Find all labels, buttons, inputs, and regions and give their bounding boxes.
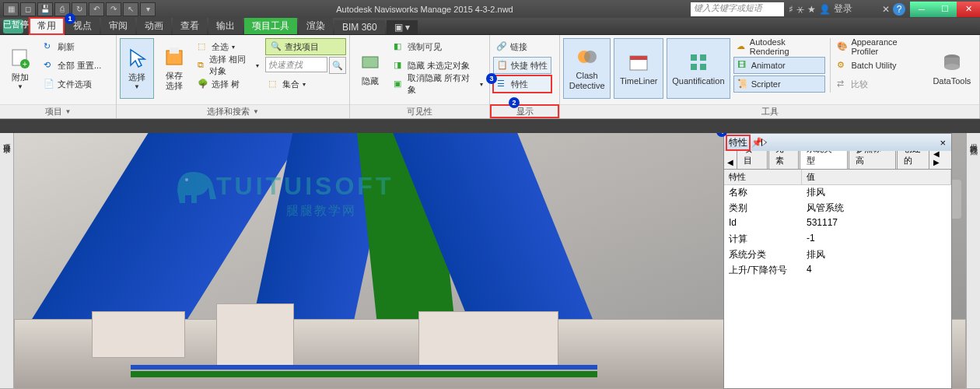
datatools-button[interactable]: DataTools bbox=[928, 38, 976, 99]
tab-item-tools[interactable]: 项目工具 bbox=[244, 18, 297, 34]
prop-name: Id bbox=[724, 216, 802, 232]
property-row[interactable]: Id531117 bbox=[724, 216, 951, 232]
property-row[interactable]: 计算-1 bbox=[724, 232, 951, 247]
cursor-icon bbox=[126, 47, 148, 68]
find-items-button[interactable]: 🔍查找项目 bbox=[265, 38, 346, 55]
hide-unsel-icon: ◨ bbox=[394, 60, 404, 71]
hide-unselected-button[interactable]: ◨隐藏 未选定对象 bbox=[390, 57, 486, 74]
render-icon: ☁ bbox=[737, 41, 747, 52]
selection-tree-button[interactable]: 🌳选择 树 bbox=[194, 75, 262, 93]
svg-rect-13 bbox=[700, 64, 706, 70]
tab-scroll-left[interactable]: ◀ bbox=[724, 156, 737, 169]
qat-open-icon[interactable]: ◻ bbox=[20, 2, 36, 16]
appearance-button[interactable]: 🎨Appearance Profiler bbox=[834, 38, 924, 55]
batch-button[interactable]: ⚙Batch Utility bbox=[834, 57, 924, 74]
qat-refresh-icon[interactable]: ↻ bbox=[72, 2, 87, 16]
tab-bim360[interactable]: BIM 360 bbox=[334, 20, 385, 34]
qat-select-icon[interactable]: ↖ bbox=[123, 2, 138, 16]
qat-new-icon[interactable]: ▦ bbox=[3, 2, 19, 16]
select-button[interactable]: 选择▼ bbox=[120, 38, 154, 99]
quick-find-input[interactable]: 快速查找 bbox=[265, 57, 327, 72]
quick-props-button[interactable]: 📋快捷 特性 bbox=[493, 57, 551, 74]
compare-button[interactable]: ⇄比较 bbox=[834, 75, 924, 93]
file-options-button[interactable]: 📄文件选项 bbox=[40, 75, 104, 93]
qat-redo-icon[interactable]: ↷ bbox=[106, 2, 121, 16]
reset-all-button[interactable]: ⟲全部 重置... bbox=[40, 57, 104, 74]
tool-icon[interactable]: ⚹ bbox=[796, 4, 804, 15]
properties-titlebar[interactable]: 特性 📌 × bbox=[724, 134, 951, 151]
prop-name: 系统分类 bbox=[724, 247, 802, 263]
panel-close-button[interactable]: × bbox=[937, 137, 948, 149]
quick-find-go[interactable]: 🔍 bbox=[329, 57, 346, 74]
animator-icon: 🎞 bbox=[737, 60, 748, 71]
prop-name: 类别 bbox=[724, 201, 802, 216]
tab-home[interactable]: 常用 bbox=[30, 18, 64, 34]
tab-extra-icon[interactable]: ▣ ▾ bbox=[387, 20, 418, 34]
minimize-button[interactable]: ─ bbox=[910, 2, 933, 17]
workspace: 项目目录 Clash Detective 集合 测量工具 TUITUISOFT … bbox=[0, 133, 980, 389]
properties-tabs: ◀ 项目 元素 系统类型 参照标高 创建的 ◀ ▶ bbox=[724, 151, 951, 170]
property-row[interactable]: 上升/下降符号4 bbox=[724, 263, 951, 279]
qat-dropdown-icon[interactable]: ▾ bbox=[140, 2, 156, 16]
rail-saved-viewpoints[interactable]: 保存的视点 bbox=[966, 133, 980, 389]
close-button[interactable]: ✕ bbox=[957, 2, 980, 17]
tool-icon[interactable]: ♯ bbox=[789, 4, 793, 15]
property-row[interactable]: 系统分类排风 bbox=[724, 247, 951, 263]
panel-label-project: 项目▼ bbox=[0, 104, 116, 118]
tab-render[interactable]: 渲染 bbox=[299, 18, 333, 34]
refresh-button[interactable]: ↻刷新 bbox=[40, 38, 104, 55]
tab-output[interactable]: 输出 bbox=[208, 18, 243, 34]
append-button[interactable]: + 附加▼ bbox=[3, 38, 37, 99]
select-same-button[interactable]: ⧉选择 相同对象 ▾ bbox=[194, 57, 262, 74]
links-button[interactable]: 🔗链接 bbox=[493, 38, 551, 55]
sets-button[interactable]: ⬚集合 ▾ bbox=[265, 75, 346, 93]
badge-3: 3 bbox=[486, 73, 497, 84]
quantification-button[interactable]: Quantification bbox=[667, 38, 730, 99]
tool-icon[interactable]: ★ bbox=[807, 4, 816, 15]
property-row[interactable]: 类别风管系统 bbox=[724, 201, 951, 216]
3d-viewport[interactable]: TUITUISOFT 腿腿教学网 ✋ 4 特性 📌 × ◀ 项目 元素 系统类型 bbox=[14, 133, 966, 389]
prop-value: 风管系统 bbox=[802, 201, 951, 216]
timeliner-icon bbox=[628, 51, 649, 73]
svg-rect-9 bbox=[630, 56, 647, 60]
rail-project-tree[interactable]: 项目目录 bbox=[0, 133, 13, 389]
rendering-button[interactable]: ☁Autodesk Rendering bbox=[733, 38, 826, 55]
timeliner-button[interactable]: TimeLiner bbox=[614, 38, 663, 99]
clash-button[interactable]: Clash Detective bbox=[563, 38, 611, 99]
mouse-cursor-icon bbox=[761, 138, 767, 146]
qat-undo-icon[interactable]: ↶ bbox=[89, 2, 104, 16]
tab-review[interactable]: 审阅 bbox=[101, 18, 135, 34]
login-label[interactable]: 登录 bbox=[834, 2, 852, 16]
animator-button[interactable]: 🎞Animator bbox=[733, 57, 826, 74]
scripter-button[interactable]: 📜Scripter bbox=[733, 75, 826, 93]
properties-button[interactable]: ☰特性 bbox=[493, 75, 551, 93]
search-input[interactable]: 键入关键字或短语 bbox=[691, 2, 784, 16]
file-icon: 📄 bbox=[44, 79, 54, 89]
prop-value: 排风 bbox=[802, 185, 951, 201]
save-selection-button[interactable]: 保存 选择 bbox=[157, 38, 191, 99]
panel-display: 🔗链接 📋快捷 特性 ☰特性 显示 bbox=[490, 35, 560, 118]
tab-animation[interactable]: 动画 bbox=[137, 18, 171, 34]
maximize-button[interactable]: ☐ bbox=[933, 2, 957, 17]
title-bar: ▦ ◻ 💾 ⎙ ↻ ↶ ↷ ↖ ▾ Autodesk Navisworks Ma… bbox=[0, 0, 980, 18]
unhide-all-button[interactable]: ▣取消隐藏 所有对象 ▾ bbox=[390, 75, 486, 93]
exchange-icon[interactable]: ✕ bbox=[882, 4, 890, 15]
tab-view[interactable]: 查看 bbox=[173, 18, 207, 34]
panel-label-display: 显示 bbox=[490, 104, 559, 118]
props-icon: ☰ bbox=[497, 79, 508, 89]
reset-icon: ⟲ bbox=[44, 60, 54, 71]
user-icon[interactable]: 👤 bbox=[819, 4, 831, 15]
hide-button[interactable]: 隐藏 bbox=[353, 38, 387, 99]
watermark-text: TUITUISOFT bbox=[216, 172, 394, 201]
prop-value: 4 bbox=[802, 263, 951, 279]
select-all-button[interactable]: ⬚全选 ▾ bbox=[194, 38, 262, 55]
help-icon[interactable]: ? bbox=[893, 3, 905, 16]
property-row[interactable]: 名称排风 bbox=[724, 185, 951, 201]
qat-save-icon[interactable]: 💾 bbox=[37, 2, 53, 16]
properties-title: 特性 bbox=[727, 136, 749, 149]
batch-icon: ⚙ bbox=[837, 60, 848, 71]
tree-icon: 🌳 bbox=[198, 79, 208, 89]
panel-project: + 附加▼ ↻刷新 ⟲全部 重置... 📄文件选项 项目▼ bbox=[0, 35, 117, 118]
require-button[interactable]: ◧强制可见 bbox=[390, 38, 486, 55]
svg-point-16 bbox=[944, 64, 960, 70]
